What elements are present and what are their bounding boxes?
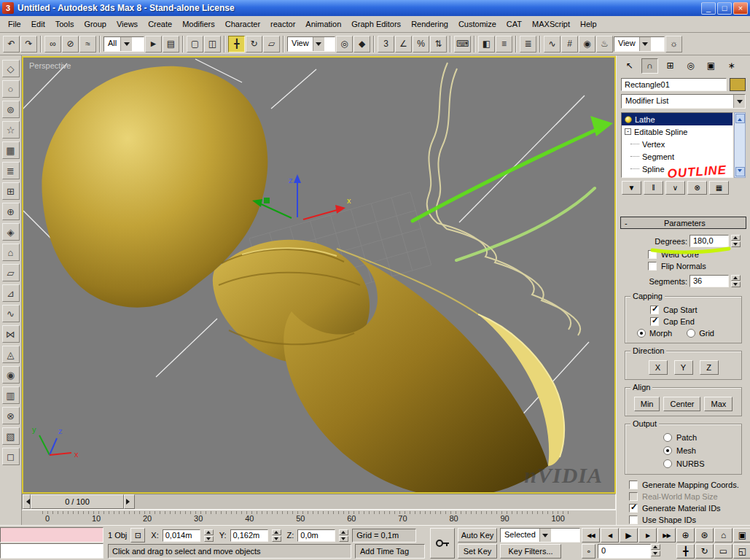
object-color-swatch[interactable]: [730, 78, 746, 91]
quick-render-button[interactable]: ☼: [665, 36, 682, 52]
arc-rotate-button[interactable]: ↻: [695, 544, 714, 559]
menu-graph-editors[interactable]: Graph Editors: [346, 18, 406, 31]
tab-hierarchy[interactable]: ⊞: [662, 58, 679, 74]
tab-utilities[interactable]: ∗: [723, 58, 740, 74]
current-frame-field[interactable]: 0: [598, 544, 660, 559]
select-by-name-button[interactable]: ▤: [163, 36, 179, 52]
align-button[interactable]: ≡: [496, 36, 512, 52]
left-toolbar-button-3[interactable]: ⊚: [2, 101, 20, 118]
menu-cat[interactable]: CAT: [501, 18, 527, 31]
degrees-field[interactable]: 180,0: [690, 235, 729, 247]
left-toolbar-button-5[interactable]: ▦: [2, 141, 20, 159]
show-end-result-button[interactable]: ‖: [644, 181, 663, 195]
menu-modifiers[interactable]: Modifiers: [177, 18, 220, 31]
generate-mapping-coords-checkbox[interactable]: [629, 481, 638, 489]
set-keys-button[interactable]: [430, 528, 455, 559]
menu-file[interactable]: File: [3, 18, 26, 31]
spinner-snap-toggle-button[interactable]: ⇅: [430, 36, 447, 52]
segments-spinner[interactable]: [731, 275, 741, 287]
object-name-field[interactable]: Rectangle01: [621, 78, 727, 91]
material-editor-button[interactable]: ◉: [579, 36, 595, 52]
nurbs-radio[interactable]: [663, 459, 672, 468]
cap-end-checkbox[interactable]: [650, 317, 659, 326]
menu-tools[interactable]: Tools: [50, 18, 79, 31]
tab-display[interactable]: ▣: [703, 58, 719, 74]
menu-group[interactable]: Group: [79, 18, 112, 31]
render-scene-dialog-button[interactable]: ♨: [596, 36, 613, 52]
stack-item-lathe[interactable]: Lathe: [622, 113, 733, 125]
select-and-move-button[interactable]: ╋: [228, 36, 245, 52]
listener-script-line[interactable]: [0, 543, 103, 559]
menu-help[interactable]: Help: [575, 18, 602, 31]
menu-character[interactable]: Character: [220, 18, 265, 31]
zoom-extents-button[interactable]: ⌂: [714, 528, 733, 542]
real-world-map-size-checkbox[interactable]: [629, 492, 638, 501]
key-filters-button[interactable]: Key Filters...: [500, 544, 561, 559]
left-toolbar-button-4[interactable]: ☆: [2, 121, 20, 139]
direction-y-button[interactable]: Y: [674, 360, 693, 375]
remove-modifier-button[interactable]: ⊗: [687, 181, 707, 195]
menu-maxscript[interactable]: MAXScript: [527, 18, 575, 31]
modifier-enable-bulb-icon[interactable]: [625, 116, 632, 123]
angle-snap-toggle-button[interactable]: ∠: [395, 36, 412, 52]
viewport-canvas[interactable]: z x y z x: [23, 58, 614, 492]
modifier-list-dropdown[interactable]: Modifier List: [621, 94, 746, 109]
minimize-button[interactable]: _: [701, 2, 716, 15]
time-step-back-button[interactable]: [23, 494, 31, 509]
tab-create[interactable]: ↖: [621, 58, 638, 74]
menu-create[interactable]: Create: [143, 18, 177, 31]
curve-editor-button[interactable]: ∿: [544, 36, 560, 52]
direction-z-button[interactable]: Z: [700, 360, 719, 375]
key-mode-toggle-button[interactable]: ∘: [582, 544, 595, 559]
left-toolbar-button-10[interactable]: ⌂: [2, 244, 20, 261]
patch-radio[interactable]: [663, 433, 672, 442]
reference-coordinate-system-dropdown[interactable]: View: [287, 36, 335, 52]
left-toolbar-button-19[interactable]: ▧: [2, 427, 20, 445]
set-key-button[interactable]: Set Key: [458, 544, 497, 559]
dropdown-arrow-button[interactable]: [539, 529, 551, 542]
select-and-rotate-button[interactable]: ↻: [246, 36, 262, 52]
stack-scrollbar[interactable]: [734, 112, 746, 178]
left-toolbar-button-6[interactable]: ≣: [2, 162, 20, 179]
frame-number-value-box[interactable]: 0: [598, 544, 651, 559]
select-object-button[interactable]: ►: [145, 36, 162, 52]
keyboard-shortcut-override-button[interactable]: ⌨: [454, 36, 471, 52]
scroll-down-button[interactable]: [735, 167, 745, 176]
left-toolbar-button-15[interactable]: ◬: [2, 346, 20, 363]
zoom-extents-all-button[interactable]: ▣: [733, 528, 750, 542]
perspective-viewport[interactable]: Perspective nVIDIA: [22, 56, 616, 494]
align-max-button[interactable]: Max: [704, 397, 733, 411]
selection-lock-button[interactable]: ⊡: [130, 528, 145, 542]
direction-x-button[interactable]: X: [649, 360, 668, 375]
menu-views[interactable]: Views: [112, 18, 143, 31]
schematic-view-button[interactable]: #: [561, 36, 578, 52]
left-toolbar-button-16[interactable]: ◉: [2, 366, 20, 384]
configure-modifier-sets-button[interactable]: ▦: [709, 181, 729, 195]
segments-field[interactable]: 36: [690, 275, 729, 287]
frame-spinner[interactable]: [651, 544, 660, 556]
stack-item-spline[interactable]: Spline: [622, 163, 733, 175]
x-coordinate-field[interactable]: 0,014m: [163, 529, 200, 542]
degrees-spinner[interactable]: [731, 235, 741, 247]
z-coordinate-spinner[interactable]: [339, 529, 348, 542]
snap-toggle-3d-button[interactable]: 3: [378, 36, 394, 52]
use-pivot-point-center-button[interactable]: ◎: [336, 36, 353, 52]
key-filter-selection-dropdown[interactable]: Selected: [500, 528, 580, 542]
tab-motion[interactable]: ◎: [682, 58, 699, 74]
menu-animation[interactable]: Animation: [300, 18, 346, 31]
z-coordinate-field[interactable]: 0,0m: [297, 529, 335, 542]
parameters-rollout-header[interactable]: - Parameters: [620, 217, 746, 229]
redo-button[interactable]: ↷: [20, 36, 37, 52]
x-coordinate-spinner[interactable]: [204, 529, 214, 542]
dropdown-arrow-button[interactable]: [639, 37, 651, 51]
previous-frame-button[interactable]: ◀: [601, 528, 619, 542]
maxscript-mini-listener[interactable]: [0, 527, 103, 559]
track-bar-ruler[interactable]: 0 10 20 30 40 50 60 70 80 90 100: [22, 510, 616, 525]
unlink-selection-button[interactable]: ⊘: [62, 36, 79, 52]
rectangular-selection-region-button[interactable]: ▢: [187, 36, 203, 52]
menu-rendering[interactable]: Rendering: [406, 18, 453, 31]
left-toolbar-button-11[interactable]: ▱: [2, 264, 20, 281]
dropdown-arrow-button[interactable]: [120, 37, 132, 51]
auto-key-button[interactable]: Auto Key: [458, 528, 497, 542]
bind-to-space-warp-button[interactable]: ≈: [79, 36, 96, 52]
